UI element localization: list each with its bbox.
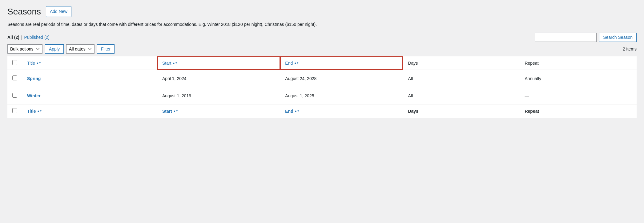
row-repeat: Annually [520,70,637,87]
page-title: Seasons [7,7,41,17]
footer-select-all-checkbox[interactable] [12,108,17,113]
all-dates-select[interactable]: All dates [66,44,95,54]
table-footer: Title ▲▼ Start ▲▼ End ▲▼ Days Repeat [7,104,637,118]
select-all-checkbox[interactable] [12,60,17,65]
repeat-label: Repeat [525,61,538,66]
filter-button[interactable]: Filter [97,44,115,54]
apply-button[interactable]: Apply [45,44,64,54]
bulk-actions-select[interactable]: Bulk actions [7,44,42,54]
add-new-button[interactable]: Add New [46,6,71,17]
filter-link-all[interactable]: All (2) [7,35,19,40]
row-checkbox-cell [7,70,22,87]
search-season-button[interactable]: Search Season [599,33,637,42]
row-repeat: — [520,87,637,104]
title-label: Title [27,61,35,66]
title-sort-header[interactable]: Title ▲▼ [27,61,152,66]
repeat-header: Repeat [525,61,632,66]
row-checkbox-cell [7,87,22,104]
toolbar-left: Bulk actions Apply All dates Filter [7,44,115,54]
row-days: All [403,87,520,104]
row-start: April 1, 2024 [157,70,280,87]
days-label: Days [408,61,418,66]
season-link-winter[interactable]: Winter [27,93,40,98]
footer-days: Days [403,104,520,118]
table-header: Title ▲▼ Start ▲▼ End ▲▼ Days [7,56,637,70]
footer-repeat: Repeat [520,104,637,118]
header-repeat: Repeat [520,56,637,70]
toolbar: Bulk actions Apply All dates Filter 2 it… [7,44,637,54]
footer-end-arrows: ▲▼ [295,110,300,112]
row-end: August 24, 2028 [280,70,403,87]
page-description: Seasons are real periods of time, dates … [7,21,637,28]
row-start: August 1, 2019 [157,87,280,104]
footer-start-arrows: ▲▼ [173,110,178,112]
end-sort-arrows: ▲▼ [294,62,299,64]
header-title: Title ▲▼ [22,56,157,70]
page-header: Seasons Add New [7,6,637,17]
seasons-table: Title ▲▼ Start ▲▼ End ▲▼ Days [7,56,637,118]
footer-end: End ▲▼ [280,104,403,118]
footer-title-sort[interactable]: Title ▲▼ [27,109,152,114]
header-days: Days [403,56,520,70]
row-title: Winter [22,87,157,104]
footer-title-arrows: ▲▼ [37,110,42,112]
items-count: 2 items [623,47,637,51]
table-row: Winter August 1, 2019 August 1, 2025 All… [7,87,637,104]
end-label: End [285,61,293,66]
search-area: Search Season [535,33,637,42]
days-header: Days [408,61,515,66]
footer-title-label: Title [27,109,36,114]
start-sort-arrows: ▲▼ [173,62,178,64]
table-row: Spring April 1, 2024 August 24, 2028 All… [7,70,637,87]
header-end: End ▲▼ [280,56,403,70]
row-checkbox[interactable] [12,93,17,98]
table-body: Spring April 1, 2024 August 24, 2028 All… [7,70,637,104]
footer-checkbox-cell [7,104,22,118]
footer-end-sort[interactable]: End ▲▼ [285,109,398,114]
filter-link-published[interactable]: Published (2) [24,35,50,40]
filters-top-row: All (2) | Published (2) Search Season [7,33,637,42]
row-end: August 1, 2025 [280,87,403,104]
row-checkbox[interactable] [12,75,17,80]
start-sort-header[interactable]: Start ▲▼ [162,61,275,66]
season-link-spring[interactable]: Spring [27,76,41,81]
header-checkbox-cell [7,56,22,70]
row-days: All [403,70,520,87]
footer-title: Title ▲▼ [22,104,157,118]
search-input[interactable] [535,33,597,42]
row-title: Spring [22,70,157,87]
filter-links: All (2) | Published (2) [7,35,50,40]
end-sort-header[interactable]: End ▲▼ [285,61,398,66]
footer-start-label: Start [162,109,172,114]
footer-end-label: End [285,109,293,114]
title-sort-arrows: ▲▼ [36,62,41,64]
start-label: Start [162,61,171,66]
footer-start: Start ▲▼ [157,104,280,118]
header-start: Start ▲▼ [157,56,280,70]
footer-start-sort[interactable]: Start ▲▼ [162,109,275,114]
